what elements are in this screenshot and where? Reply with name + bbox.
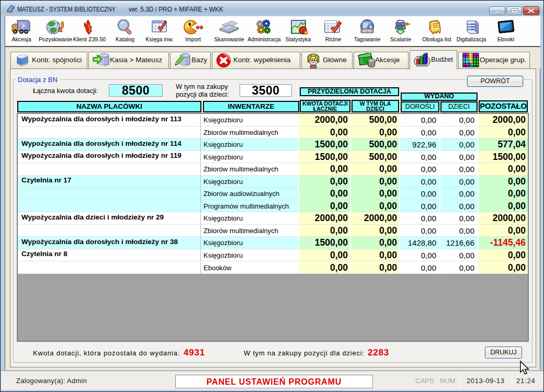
svg-text:P: P (22, 23, 26, 29)
svg-text:HTTP: HTTP (363, 29, 372, 33)
